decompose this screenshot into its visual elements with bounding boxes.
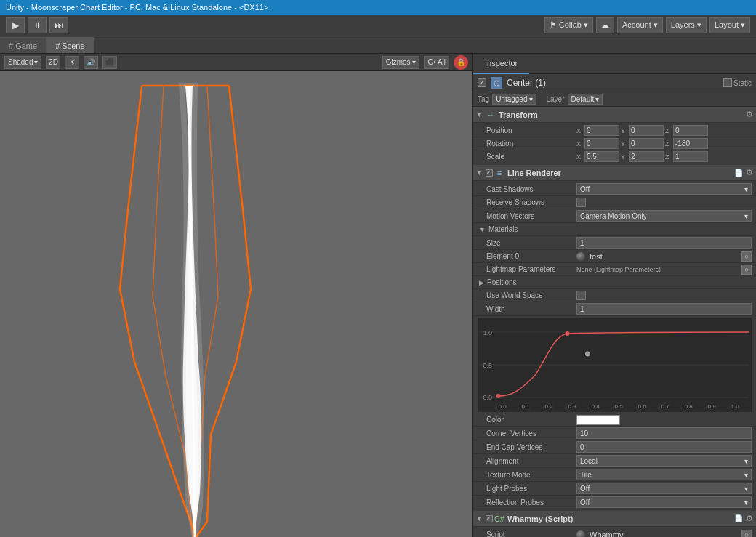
object-active-checkbox[interactable]: ✓ — [478, 78, 486, 87]
tab-game-label: # Game — [9, 41, 37, 50]
receive-shadows-row: Receive Shadows — [473, 196, 756, 209]
curve-chart[interactable]: 1.0 0.5 0.0 0.0 0.1 0.2 0.3 0.4 0.5 0.6 … — [478, 318, 752, 412]
texture-mode-value: Tile ▾ — [576, 469, 752, 480]
script-icon — [576, 530, 585, 538]
element0-text: test — [590, 252, 603, 261]
line-renderer-checkbox[interactable]: ✓ — [486, 169, 493, 177]
width-input[interactable] — [576, 303, 752, 315]
rot-x-input[interactable] — [584, 138, 619, 149]
script-label: Script — [486, 530, 574, 537]
whammy-checkbox[interactable]: ✓ — [486, 515, 493, 522]
pos-z-field: Z — [665, 125, 708, 136]
layer-dropdown[interactable]: Default▾ — [568, 94, 603, 105]
scale-x-input[interactable] — [584, 151, 619, 162]
transform-header[interactable]: ▼ ↔ Transform ⚙ — [473, 107, 756, 123]
audio-btn[interactable]: 🔊 — [84, 56, 98, 69]
cast-shadows-dropdown[interactable]: Off ▾ — [576, 183, 752, 195]
material-icon — [576, 252, 585, 261]
static-checkbox[interactable] — [723, 78, 732, 87]
corner-vertices-row: Corner Vertices — [473, 427, 756, 440]
alignment-label: Alignment — [486, 457, 574, 465]
positions-section[interactable]: ▶ Positions — [473, 276, 756, 289]
rot-y-input[interactable] — [629, 138, 664, 149]
line-renderer-header[interactable]: ▼ ✓ ≡ Line Renderer 📄 ⚙ — [473, 165, 756, 181]
element0-select-btn[interactable]: ○ — [741, 251, 752, 262]
tab-bar: # Game # Scene — [0, 36, 756, 54]
object-name: Center (1) — [507, 78, 719, 88]
layout-dropdown[interactable]: Layout ▾ — [709, 17, 750, 33]
color-value — [576, 415, 752, 425]
receive-shadows-checkbox[interactable] — [576, 198, 586, 207]
alignment-row: Alignment Local ▾ — [473, 454, 756, 468]
transform-settings-icon[interactable]: ⚙ — [746, 110, 753, 119]
materials-label: Materials — [488, 225, 518, 233]
whammy-body: Script Whammy ○ Key Shift Speed — [473, 527, 756, 537]
lightmap-select-btn[interactable]: ○ — [741, 265, 752, 275]
color-swatch[interactable] — [576, 415, 620, 425]
step-button[interactable]: ⏭ — [49, 17, 68, 33]
transform-body: Position X Y Z — [473, 123, 756, 165]
effects-btn[interactable]: ⬛ — [102, 56, 117, 69]
scale-y-input[interactable] — [629, 151, 664, 162]
layers-dropdown[interactable]: Layers ▾ — [666, 17, 707, 33]
lightmap-label: Lightmap Parameters — [486, 265, 574, 273]
rotation-label: Rotation — [486, 140, 574, 148]
texture-mode-row: Texture Mode Tile ▾ — [473, 468, 756, 482]
pos-x-input[interactable] — [584, 125, 619, 136]
texture-mode-dropdown[interactable]: Tile ▾ — [576, 469, 752, 480]
rotation-row: Rotation X Y Z — [473, 137, 756, 150]
svg-point-21 — [496, 394, 501, 398]
materials-section[interactable]: ▼ Materials — [473, 223, 756, 236]
light-probes-dropdown[interactable]: Off ▾ — [576, 483, 752, 494]
light-btn[interactable]: ☀ — [65, 56, 79, 69]
element0-value: test ○ — [576, 251, 752, 262]
materials-arrow: ▼ — [479, 226, 486, 233]
collab-dropdown[interactable]: ⚑ Collab ▾ — [544, 17, 593, 33]
play-button[interactable]: ▶ — [6, 17, 25, 33]
static-label: Static — [723, 78, 752, 87]
motion-vectors-dropdown[interactable]: Camera Motion Only ▾ — [576, 210, 752, 222]
rot-z-input[interactable] — [673, 138, 708, 149]
script-row: Script Whammy ○ — [473, 528, 756, 537]
shaded-dropdown[interactable]: Shaded ▾ — [4, 56, 41, 69]
script-select-btn[interactable]: ○ — [741, 530, 752, 538]
whammy-arrow: ▼ — [476, 515, 483, 522]
tab-game[interactable]: # Game — [0, 37, 47, 53]
tag-dropdown[interactable]: Untagged▾ — [492, 94, 536, 105]
corner-vertices-label: Corner Vertices — [486, 429, 574, 437]
pause-button[interactable]: ⏸ — [28, 17, 47, 33]
light-probes-label: Light Probes — [486, 485, 574, 493]
transform-title: Transform — [499, 110, 743, 119]
alignment-value: Local ▾ — [576, 455, 752, 467]
whammy-header[interactable]: ▼ ✓ C# Whammy (Script) 📄 ⚙ — [473, 511, 756, 527]
inspector-panel: Inspector ✓ ⬡ Center (1) Static Tag Unta… — [472, 54, 756, 537]
pos-z-input[interactable] — [673, 125, 708, 136]
use-world-space-row: Use World Space — [473, 289, 756, 302]
motion-vectors-label: Motion Vectors — [486, 212, 574, 220]
2d-button[interactable]: 2D — [46, 56, 60, 69]
account-dropdown[interactable]: Account ▾ — [617, 17, 663, 33]
alignment-dropdown[interactable]: Local ▾ — [576, 455, 752, 467]
position-label: Position — [486, 126, 574, 134]
tab-scene[interactable]: # Scene — [47, 37, 94, 53]
corner-vertices-input[interactable] — [576, 427, 752, 439]
svg-text:0.4: 0.4 — [592, 403, 600, 410]
script-value: Whammy ○ — [576, 530, 752, 538]
whammy-icon: C# — [494, 514, 504, 524]
viewport-toolbar: Shaded ▾ 2D ☀ 🔊 ⬛ Gizmos ▾ G• All 🔒 — [0, 54, 472, 71]
line-renderer-settings-icon[interactable]: ⚙ — [746, 168, 753, 177]
cloud-button[interactable]: ☁ — [596, 17, 614, 33]
element0-row: Element 0 test ○ — [473, 250, 756, 263]
gizmos-dropdown[interactable]: Gizmos ▾ — [382, 56, 420, 69]
use-world-space-checkbox[interactable] — [576, 291, 586, 300]
inspector-tab[interactable]: Inspector — [473, 54, 529, 74]
size-input[interactable] — [576, 237, 752, 249]
pos-y-input[interactable] — [629, 125, 664, 136]
whammy-settings-icon[interactable]: ⚙ — [746, 514, 753, 523]
lock-btn[interactable]: 🔒 — [454, 55, 468, 70]
all-dropdown[interactable]: G• All — [424, 56, 449, 69]
reflection-probes-dropdown[interactable]: Off ▾ — [576, 496, 752, 508]
svg-text:0.0: 0.0 — [499, 403, 507, 410]
end-cap-vertices-input[interactable] — [576, 441, 752, 453]
scale-z-input[interactable] — [673, 151, 708, 162]
